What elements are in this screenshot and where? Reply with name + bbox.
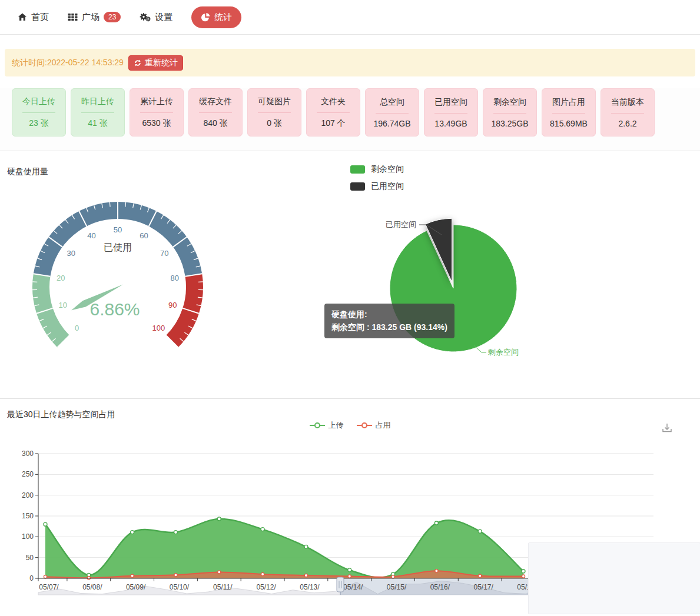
stat-card-label: 剩余空间 — [493, 97, 526, 108]
gauge-title: 已使用 — [104, 242, 132, 252]
data-point — [304, 574, 307, 577]
stat-card-label: 昨日上传 — [81, 96, 114, 107]
page: 首页 广场 23 — [0, 0, 700, 616]
stat-card: 当前版本2.6.2 — [601, 88, 655, 136]
recount-button-label: 重新统计 — [145, 58, 178, 68]
y-tick-label: 150 — [22, 512, 34, 520]
stat-card: 可疑图片0 张 — [247, 88, 301, 136]
download-icon[interactable] — [660, 421, 674, 438]
gauge-tick-label: 60 — [140, 231, 148, 240]
data-point — [348, 568, 351, 572]
grid-icon — [68, 12, 78, 22]
datazoom-handle[interactable] — [337, 577, 344, 592]
legend-label-usage: 占用 — [376, 420, 391, 431]
stat-card-divider — [552, 113, 585, 114]
stat-card-divider — [493, 113, 526, 114]
legend-label-free: 剩余空间 — [371, 164, 404, 175]
stat-card-value: 23 张 — [29, 118, 48, 129]
y-tick-label: 0 — [29, 574, 34, 582]
stat-card-value: 13.49GB — [434, 119, 467, 128]
data-point — [131, 574, 134, 577]
stat-card-value: 183.25GB — [491, 119, 528, 128]
x-tick-label: 05/11/ — [213, 583, 233, 591]
gauge-minor-tick — [32, 282, 37, 282]
stat-card-label: 累计上传 — [140, 96, 173, 107]
stat-card-value: 815.69MB — [550, 119, 588, 128]
data-point — [478, 530, 482, 533]
stat-card-value: 6530 张 — [142, 118, 171, 129]
data-point — [479, 574, 482, 577]
gauge-tick-label: 70 — [160, 249, 168, 258]
x-tick-label: 05/17/ — [474, 583, 494, 591]
data-point — [131, 531, 134, 534]
legend-item-free-space[interactable]: 剩余空间 — [350, 164, 404, 175]
gauge-tick-label: 50 — [114, 225, 122, 234]
pie-label-used: 已用空间 — [386, 220, 416, 229]
legend-label-upload: 上传 — [329, 420, 344, 431]
gauge-tick-label: 40 — [87, 231, 95, 240]
gears-icon — [140, 12, 151, 22]
data-point — [348, 575, 351, 578]
pie-tooltip-title: 硬盘使用: — [331, 308, 447, 321]
gauge-tick-label: 30 — [67, 249, 75, 258]
legend-item-usage[interactable]: 占用 — [357, 420, 391, 431]
nav-stats-active[interactable]: 统计 — [191, 6, 241, 28]
legend-item-upload[interactable]: 上传 — [310, 420, 344, 431]
legend-item-used-space[interactable]: 已用空间 — [350, 181, 404, 192]
stat-card-label: 今日上传 — [22, 96, 55, 107]
stat-card: 图片占用815.69MB — [542, 88, 596, 136]
data-point — [87, 577, 90, 580]
stat-card-divider — [258, 112, 291, 113]
gauge-tick-label: 80 — [171, 274, 179, 282]
stats-row: 今日上传23 张昨日上传41 张累计上传6530 张缓存文件840 张可疑图片0… — [12, 88, 700, 136]
nav-home-label: 首页 — [31, 12, 49, 23]
stat-card-divider — [199, 112, 232, 113]
disk-section: 硬盘使用量 0102030405060708090100已使用6.86% 剩余空… — [0, 151, 700, 399]
stat-card-label: 已用空间 — [434, 97, 467, 108]
pie-label-free: 剩余空间 — [488, 348, 519, 357]
trend-section: 05010015020025030005/07/05/08/05/09/05/1… — [0, 399, 700, 616]
recount-button[interactable]: 重新统计 — [128, 55, 183, 71]
stat-card-label: 图片占用 — [552, 97, 585, 108]
gauge-value: 6.86% — [89, 299, 140, 319]
data-point — [392, 575, 394, 578]
stat-card-divider — [611, 113, 644, 114]
nav-plaza[interactable]: 广场 23 — [68, 12, 121, 23]
line-legend-icon-upload — [310, 422, 325, 429]
data-point — [261, 528, 264, 531]
x-tick-label: 05/12/ — [256, 583, 276, 591]
stat-card: 缓存文件840 张 — [188, 88, 243, 136]
plaza-count-badge: 23 — [104, 12, 121, 22]
navbar: 首页 广场 23 — [0, 0, 700, 35]
nav-settings[interactable]: 设置 — [140, 12, 172, 23]
pie-tooltip: 硬盘使用: 剩余空间 : 183.25 GB (93.14%) — [324, 304, 454, 338]
x-tick-label: 05/08/ — [82, 583, 102, 591]
stat-card-value: 0 张 — [267, 118, 282, 129]
data-point — [44, 575, 47, 578]
stats-time-text: 统计时间:2022-05-22 14:53:29 — [12, 58, 124, 68]
stat-card-value: 840 张 — [203, 118, 227, 129]
stat-card: 文件夹107 个 — [306, 88, 360, 136]
gauge-minor-tick — [110, 202, 110, 207]
disk-pie-chart: 已用空间剩余空间 — [353, 204, 589, 398]
stat-card-label: 总空间 — [380, 97, 404, 108]
stat-card-label: 当前版本 — [611, 97, 644, 108]
gauge-minor-tick — [125, 202, 126, 207]
trend-title: 最近30日上传趋势与空间占用 — [7, 409, 115, 420]
nav-stats-label: 统计 — [214, 12, 232, 23]
home-icon — [18, 12, 27, 22]
legend-marker-free — [350, 165, 365, 174]
stat-card-label: 缓存文件 — [199, 96, 232, 107]
y-tick-label: 250 — [22, 470, 34, 478]
stat-card-divider — [317, 112, 350, 113]
y-tick-label: 50 — [26, 554, 34, 562]
data-point — [522, 575, 525, 578]
stat-card-divider — [81, 112, 114, 113]
data-point — [304, 545, 308, 548]
stat-card-label: 文件夹 — [321, 96, 346, 107]
stat-card-divider — [434, 113, 467, 114]
x-tick-label: 05/15/ — [387, 583, 407, 591]
stat-card: 总空间196.74GB — [365, 88, 419, 136]
nav-home[interactable]: 首页 — [18, 12, 49, 23]
x-tick-label: 05/09/ — [126, 583, 146, 591]
